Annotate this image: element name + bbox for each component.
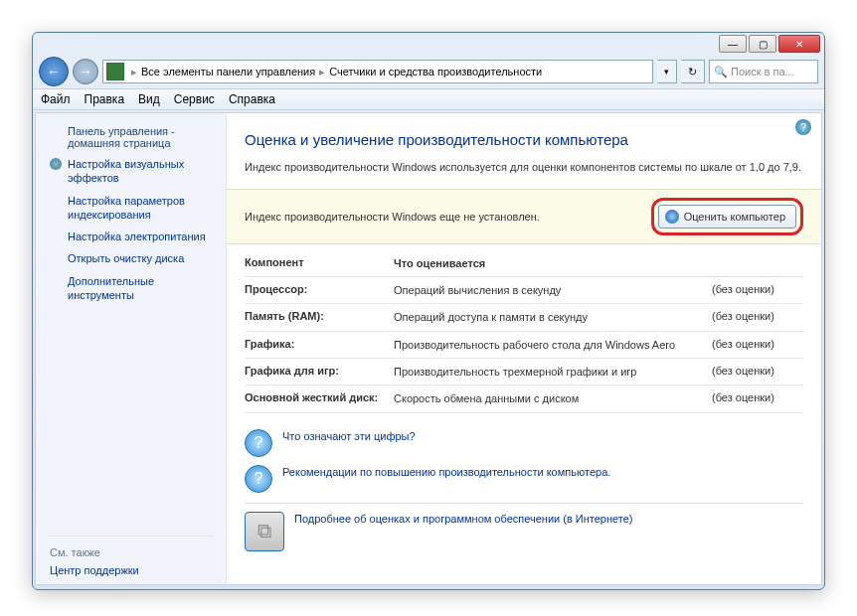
sidebar-home[interactable]: Панель управления -домашняя страница: [36, 121, 226, 153]
sidebar-item-visual-effects[interactable]: Настройка визуальных эффектов: [36, 153, 226, 190]
menu-edit[interactable]: Правка: [85, 92, 125, 106]
control-panel-icon: [106, 63, 124, 80]
sidebar: Панель управления -домашняя страница Нас…: [36, 113, 227, 584]
sidebar-item-disk-cleanup[interactable]: Открыть очистку диска: [36, 247, 226, 269]
table-row: Процессор:Операций вычисления в секунду(…: [245, 277, 803, 304]
menu-file[interactable]: Файл: [41, 92, 71, 106]
sidebar-divider: [48, 536, 214, 537]
sidebar-item-support-center[interactable]: Центр поддержки: [36, 562, 226, 580]
address-row: ← → ▸ Все элементы панели управления ▸ С…: [33, 55, 824, 88]
maximize-button[interactable]: ▢: [749, 35, 776, 53]
control-panel-window: — ▢ ✕ ← → ▸ Все элементы панели управлен…: [32, 32, 825, 590]
warning-row: Индекс производительности Windows еще не…: [227, 189, 821, 244]
table-row: Основной жесткий диск:Скорость обмена да…: [245, 385, 803, 412]
search-icon: 🔍: [714, 66, 728, 78]
breadcrumb-sep-icon: ▸: [319, 66, 325, 78]
help-links: ? Что означают эти цифры? ? Рекомендации…: [245, 425, 803, 555]
minimize-button[interactable]: —: [719, 35, 747, 53]
header-what: Что оценивается: [394, 256, 712, 270]
link-row: ? Что означают эти цифры?: [245, 425, 803, 461]
titlebar: — ▢ ✕: [33, 33, 824, 55]
back-button[interactable]: ←: [39, 57, 69, 86]
breadcrumb-item[interactable]: Счетчики и средства производительности: [329, 66, 542, 77]
software-icon: ⧉: [245, 512, 284, 551]
question-icon: ?: [245, 429, 272, 457]
link-row: ? Рекомендации по повышению производител…: [245, 461, 803, 497]
breadcrumb-sep-icon: ▸: [131, 66, 137, 78]
table-header: Компонент Что оценивается: [245, 250, 803, 277]
shield-icon: [50, 158, 62, 170]
intro-text: Индекс производительности Windows исполь…: [245, 160, 803, 175]
rate-button-label: Оценить компьютер: [684, 211, 785, 223]
warning-text: Индекс производительности Windows еще не…: [245, 211, 540, 223]
rate-computer-button[interactable]: Оценить компьютер: [658, 205, 796, 229]
question-icon: ?: [245, 465, 272, 493]
sidebar-item-power[interactable]: Настройка электропитания: [36, 226, 226, 247]
table-row: Графика:Производительность рабочего стол…: [245, 332, 803, 359]
header-component: Компонент: [245, 256, 394, 270]
rate-button-highlight: Оценить компьютер: [651, 198, 803, 235]
rate-icon: [665, 210, 679, 224]
page-title: Оценка и увеличение производительности к…: [245, 131, 803, 148]
address-dropdown[interactable]: ▾: [657, 60, 677, 83]
link-what-numbers-mean[interactable]: Что означают эти цифры?: [282, 429, 416, 444]
rating-table: Компонент Что оценивается Процессор:Опер…: [245, 250, 803, 413]
breadcrumb[interactable]: ▸ Все элементы панели управления ▸ Счетч…: [102, 60, 653, 83]
content-area: ? Оценка и увеличение производительности…: [227, 113, 821, 584]
close-button[interactable]: ✕: [778, 35, 820, 53]
table-row: Графика для игр:Производительность трехм…: [245, 359, 803, 385]
menu-tools[interactable]: Сервис: [174, 92, 215, 106]
refresh-button[interactable]: ↻: [681, 60, 705, 83]
menu-help[interactable]: Справка: [229, 92, 275, 106]
search-input[interactable]: 🔍 Поиск в па...: [709, 60, 818, 83]
sidebar-item-indexing[interactable]: Настройка параметров индексирования: [36, 190, 226, 227]
link-row: ⧉ Подробнее об оценках и программном обе…: [245, 503, 803, 555]
see-also-label: См. также: [36, 544, 226, 562]
search-placeholder: Поиск в па...: [731, 66, 794, 77]
sidebar-item-advanced-tools[interactable]: Дополнительные инструменты: [36, 270, 226, 307]
sidebar-footer: См. также Центр поддержки: [36, 544, 226, 580]
table-row: Память (RAM):Операций доступа к памяти в…: [245, 304, 803, 331]
menubar: Файл Правка Вид Сервис Справка: [33, 88, 824, 110]
forward-button[interactable]: →: [73, 59, 98, 84]
help-icon[interactable]: ?: [795, 119, 811, 135]
link-learn-more-online[interactable]: Подробнее об оценках и программном обесп…: [294, 512, 632, 527]
body: Панель управления -домашняя страница Нас…: [35, 112, 822, 585]
link-performance-tips[interactable]: Рекомендации по повышению производительн…: [282, 465, 610, 480]
breadcrumb-item[interactable]: Все элементы панели управления: [141, 66, 315, 77]
menu-view[interactable]: Вид: [138, 92, 160, 106]
